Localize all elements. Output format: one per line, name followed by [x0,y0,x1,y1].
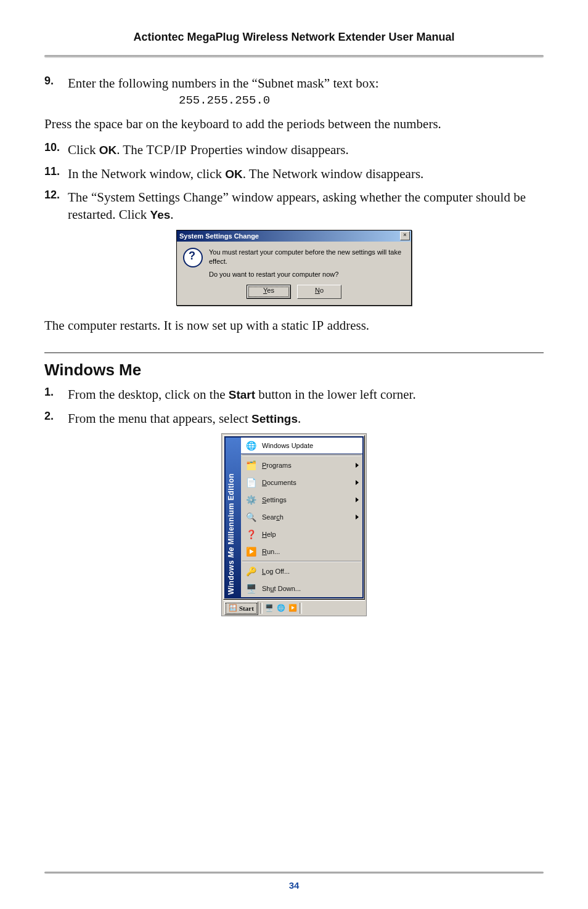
taskbar-separator [260,603,263,614]
question-icon [183,248,203,267]
menu-separator [242,455,361,456]
shut-down-icon: 🖥️ [245,582,257,595]
me-step-1-post: button in the lower left corner. [255,387,416,402]
step-9-num: 9. [44,75,68,88]
menu-item-documents[interactable]: 📄 Documents [241,474,362,491]
step-12-post: . [170,207,173,222]
step-11-num: 11. [44,165,68,178]
search-pre: Sear [262,513,276,521]
run-icon: ▶️ [245,545,257,558]
programs-icon: 🗂️ [245,459,257,471]
dialog-line-1: You must restart your computer before th… [209,248,405,267]
side-windows: Windows [227,560,235,595]
step-12-body: The “System Settings Change” window appe… [68,189,544,224]
no-rest: o [320,287,324,294]
windows-me-heading: Windows Me [44,361,544,380]
me-step-1-num: 1. [44,386,68,399]
run-mn: R [262,548,267,555]
dialog-line-2: Do you want to restart your computer now… [209,270,405,279]
manual-header: Actiontec MegaPlug Wireless Network Exte… [44,31,544,55]
after-dialog-ip: IP [312,318,324,333]
after-dialog-post: address. [324,318,369,333]
taskbar: 🪟 Start 🖥️ 🌐 ▶️ [223,600,365,616]
step-10-mid: . The [116,142,146,157]
run-r: un... [267,548,280,555]
step-9-body: Enter the following numbers in the “Subn… [68,75,544,109]
menu-item-log-off[interactable]: 🔑 Log Off... [241,563,362,580]
side-edition: Millennium Edition [227,473,235,547]
step-11-post: . The Network window disappears. [243,166,424,181]
step-12-num: 12. [44,189,68,202]
me-step-1-body: From the desktop, click on the Start but… [68,386,544,403]
menu-item-search[interactable]: 🔍 Search [241,508,362,526]
me-step-2-num: 2. [44,410,68,423]
header-rule [44,55,544,57]
settings-r: ettings [266,496,286,503]
documents-r: ocuments [267,479,296,486]
help-mn: H [262,531,267,538]
log-off-icon: 🔑 [245,565,257,577]
quick-launch-ie-icon[interactable]: 🌐 [276,603,286,613]
me-step-2: 2. From the menu that appears, select Se… [44,410,544,427]
windows-update-icon: 🌐 [245,439,257,452]
dialog-titlebar[interactable]: System Settings Change × [177,230,411,242]
menu-item-windows-update[interactable]: 🌐 Windows Update [241,438,362,454]
chevron-right-icon [356,515,359,520]
quick-launch-media-icon[interactable]: ▶️ [288,603,298,613]
chevron-right-icon [356,480,359,485]
yes-button[interactable]: Yes [247,285,291,299]
documents-mn: D [262,479,267,486]
step-10-tcpip: TCP/IP [146,142,187,157]
me-step-1-pre: From the desktop, click on the [68,387,229,402]
step-10-num: 10. [44,141,68,154]
step-12-pre: The “System Settings Change” window appe… [68,190,526,222]
settings-icon: ⚙️ [245,494,257,506]
start-menu-side-banner: Windows Me Millennium Edition [226,438,241,597]
chevron-right-icon [356,463,359,468]
shutdown-pre: Sh [262,585,270,592]
no-mnemonic: N [315,287,320,294]
after-step-9: Press the space bar on the keyboard to a… [44,115,544,132]
shutdown-r: t Down... [274,585,301,592]
section-divider [44,353,544,353]
system-settings-change-dialog: System Settings Change × You must restar… [176,230,412,306]
start-label: Start [239,605,254,612]
search-icon: 🔍 [245,511,257,523]
step-11-pre: In the Network window, click [68,166,225,181]
start-menu-screenshot: Windows Me Millennium Edition 🌐 Windows … [221,433,367,616]
step-12-yes: Yes [150,208,171,221]
page-number: 34 [44,880,544,891]
chevron-right-icon [356,497,359,502]
yes-rest: es [267,287,274,294]
no-button[interactable]: No [297,285,341,299]
start-button[interactable]: 🪟 Start [224,601,258,615]
dialog-message: You must restart your computer before th… [209,248,405,280]
windows-update-label: Windows Update [262,442,313,449]
side-me: Me [227,547,235,558]
me-step-2-pre: From the menu that appears, select [68,411,251,426]
menu-separator [242,561,361,562]
me-step-2-post: . [298,411,301,426]
after-dialog: The computer restarts. It is now set up … [44,317,544,334]
help-icon: ❓ [245,528,257,540]
step-12: 12. The “System Settings Change” window … [44,189,544,224]
quick-launch-desktop-icon[interactable]: 🖥️ [264,603,274,613]
logoff-r: og Off... [266,568,290,575]
menu-item-help[interactable]: ❓ Help [241,526,362,543]
close-icon[interactable]: × [400,231,410,240]
taskbar-separator [300,603,302,614]
me-step-2-body: From the menu that appears, select Setti… [68,410,544,427]
me-step-1-start: Start [229,388,255,401]
step-9: 9. Enter the following numbers in the “S… [44,75,544,109]
documents-icon: 📄 [245,476,257,489]
me-step-1: 1. From the desktop, click on the Start … [44,386,544,403]
menu-item-settings[interactable]: ⚙️ Settings [241,491,362,508]
programs-r: rograms [266,462,291,469]
step-11-ok: OK [225,168,243,181]
step-10-post: Properties window disappears. [187,142,348,157]
step-11-body: In the Network window, click OK. The Net… [68,165,544,182]
menu-item-programs[interactable]: 🗂️ Programs [241,457,362,474]
menu-item-run[interactable]: ▶️ Run... [241,543,362,560]
step-10: 10. Click OK. The TCP/IP Properties wind… [44,141,544,158]
menu-item-shut-down[interactable]: 🖥️ Shut Down... [241,580,362,597]
